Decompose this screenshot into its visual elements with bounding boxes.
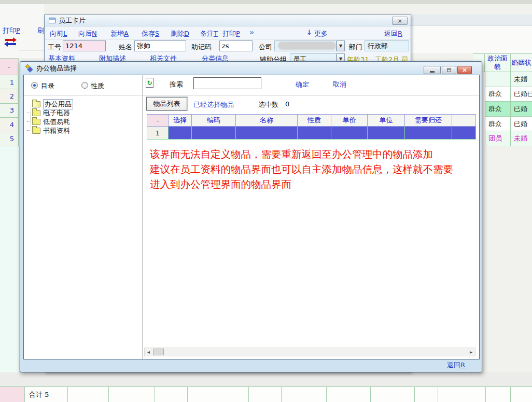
- radio-nature[interactable]: [81, 82, 88, 89]
- row-number[interactable]: 1: [0, 75, 19, 89]
- background-right-band: [411, 15, 532, 26]
- table-row[interactable]: 群众 已婚已: [485, 87, 532, 102]
- cancel-button[interactable]: 取消: [333, 80, 346, 89]
- employee-card-fields: 工号 姓名 助记码 公司 ▼ 部门 行政部: [45, 40, 411, 53]
- tree-item-low-value[interactable]: 低值易耗: [27, 117, 70, 126]
- row-number[interactable]: 5: [0, 132, 19, 146]
- table-row-selected[interactable]: 群众 已婚: [485, 102, 532, 117]
- grid-header-cell[interactable]: 单价: [331, 115, 368, 127]
- folder-icon: [32, 119, 40, 125]
- table-row[interactable]: 未婚: [485, 72, 532, 87]
- politics-column-header[interactable]: 政治面貌: [485, 53, 511, 72]
- dialog-titlebar[interactable]: 办公物品选择: [21, 62, 481, 75]
- employee-card-titlebar[interactable]: 员工卡片: [45, 15, 411, 26]
- grid-header-cell[interactable]: 编码: [192, 115, 236, 127]
- search-label: 搜索: [170, 80, 183, 89]
- grid-row-number: 1: [147, 127, 169, 140]
- close-icon[interactable]: ×: [392, 17, 408, 25]
- selected-count-label: 选中数: [258, 100, 278, 109]
- censored-company-value: [278, 41, 336, 50]
- emp-no-field[interactable]: [63, 40, 106, 51]
- chevron-down-icon[interactable]: ▼: [337, 40, 345, 51]
- folder-icon: [32, 128, 40, 134]
- remark-button[interactable]: 备注T: [200, 29, 218, 38]
- tab-item-list[interactable]: 物品列表: [146, 97, 187, 110]
- name-label: 姓名: [119, 43, 132, 52]
- open-folder-icon: [32, 101, 40, 107]
- background-refresh-link-partial[interactable]: 刷: [37, 26, 44, 35]
- mnemonic-field[interactable]: [219, 40, 253, 51]
- save-button[interactable]: 保存S: [142, 29, 159, 38]
- scrollbar-thumb[interactable]: [153, 349, 164, 355]
- grid-header-cell[interactable]: 单位: [368, 115, 405, 127]
- mnemonic-label: 助记码: [191, 43, 212, 52]
- radio-catalog-label: 目录: [41, 81, 54, 91]
- window-icon: [49, 18, 55, 23]
- row-number[interactable]: 4: [0, 118, 19, 132]
- divider: [142, 75, 143, 359]
- background-right-panel: [411, 26, 532, 53]
- empty-row-area: [0, 146, 20, 383]
- maximize-icon[interactable]: [442, 66, 456, 74]
- ok-button[interactable]: 确定: [296, 80, 309, 89]
- swap-arrows-icon[interactable]: [4, 38, 18, 47]
- top-band: [0, 0, 532, 4]
- table-row[interactable]: 群众 已婚: [485, 117, 532, 132]
- dialog-title: 办公物品选择: [36, 64, 77, 73]
- annotation-note: 该界面无法自定义物品，需要重新返回至办公管理中的物品添加 建议在员工资料的物品界…: [150, 147, 453, 192]
- employee-card-toolbar: 向前L 向后N 新增A 保存S 删除D 备注T 打印P » ↓ 更多 返回R: [45, 26, 411, 40]
- emp-no-label: 工号: [48, 43, 61, 52]
- prev-button[interactable]: 向前L: [50, 29, 67, 38]
- search-input[interactable]: [193, 77, 261, 89]
- background-print-link[interactable]: 打印P: [3, 26, 20, 35]
- close-icon[interactable]: ×: [457, 66, 472, 74]
- selected-count-value: 0: [285, 100, 289, 108]
- marital-column-header[interactable]: 婚姻状: [511, 53, 532, 72]
- back-button[interactable]: 返回R: [384, 29, 402, 38]
- grid-header-cell: [452, 115, 476, 127]
- screen: 打印P 刷 - 1 2 3 4 5 政治面貌 婚姻状 未婚 群众 已婚已 群众 …: [0, 0, 532, 402]
- dialog-icon: [25, 65, 33, 72]
- grid-header-cell[interactable]: 选择: [169, 115, 192, 127]
- more-arrow-icon[interactable]: ↓: [306, 29, 312, 36]
- scroll-left-icon[interactable]: ◂: [145, 348, 152, 356]
- radio-catalog[interactable]: [31, 82, 38, 89]
- footer-row: 合计 5: [0, 386, 532, 402]
- window-title: 员工卡片: [59, 16, 86, 25]
- items-grid: - 选择 编码 名称 性质 单价 单位 需要归还 1: [147, 114, 476, 140]
- row-number[interactable]: 2: [0, 89, 19, 103]
- double-chevron-icon[interactable]: »: [249, 28, 254, 36]
- tree-item-electronics[interactable]: 电子电器: [27, 108, 70, 117]
- add-button[interactable]: 新增A: [110, 29, 129, 38]
- dept-field[interactable]: 行政部: [365, 40, 409, 51]
- row-number[interactable]: 3: [0, 104, 19, 118]
- name-field[interactable]: [134, 40, 186, 51]
- scroll-right-icon[interactable]: ▸: [467, 348, 475, 356]
- tab-selected-items[interactable]: 已经选择物品: [193, 100, 234, 109]
- grid-header-cell[interactable]: 性质: [298, 115, 331, 127]
- footer-total-cell: 合计 5: [25, 387, 68, 402]
- dept-label: 部门: [349, 43, 362, 52]
- grid-header-row: - 选择 编码 名称 性质 单价 单位 需要归还: [147, 114, 476, 127]
- row-number-column: - 1 2 3 4 5: [0, 58, 19, 146]
- divider: [24, 95, 479, 96]
- grid-header-cell[interactable]: 名称: [236, 115, 298, 127]
- radio-nature-label: 性质: [91, 81, 104, 91]
- dialog-back-button[interactable]: 返回R: [447, 361, 465, 370]
- tree-item-office-supplies[interactable]: 办公用品: [27, 100, 73, 108]
- delete-button[interactable]: 删除D: [171, 29, 189, 38]
- print-button[interactable]: 打印P: [222, 29, 240, 38]
- next-button[interactable]: 向后N: [78, 29, 97, 38]
- row-number-header[interactable]: -: [0, 58, 19, 75]
- refresh-icon[interactable]: ↻: [146, 78, 153, 88]
- grid-header-cell[interactable]: -: [147, 115, 169, 127]
- company-label: 公司: [259, 43, 272, 52]
- horizontal-scrollbar[interactable]: ◂ ▸: [144, 348, 475, 356]
- grid-header-cell[interactable]: 需要归还: [405, 115, 452, 127]
- more-button[interactable]: 更多: [314, 29, 328, 38]
- grid-row-selected[interactable]: 1: [147, 127, 476, 140]
- tree-item-books[interactable]: 书籍资料: [27, 126, 70, 135]
- minimize-icon[interactable]: [424, 66, 441, 74]
- divider: [19, 50, 44, 50]
- table-row[interactable]: 团员 未婚: [485, 131, 532, 146]
